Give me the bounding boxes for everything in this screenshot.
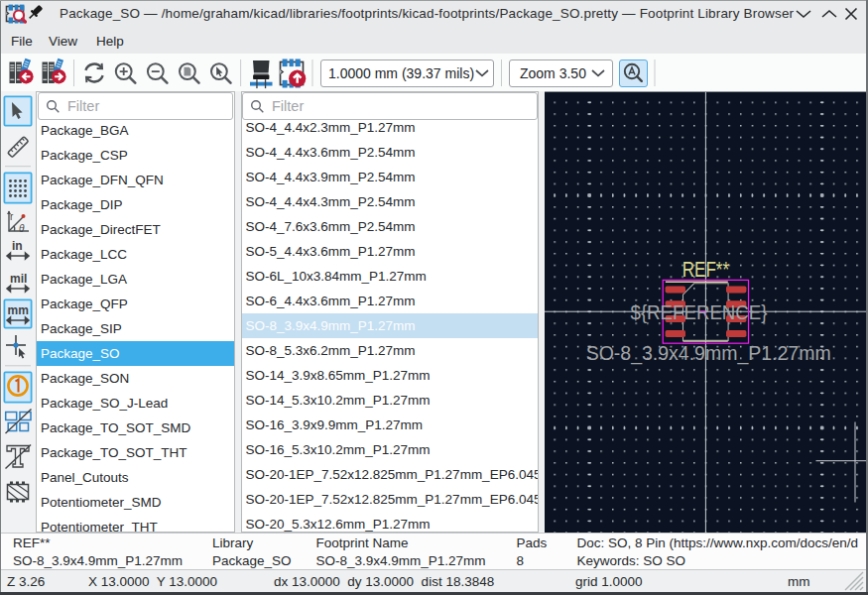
svg-text:in: in [12, 239, 23, 253]
svg-text:${REFERENCE}: ${REFERENCE} [631, 300, 768, 323]
svg-text:r: r [10, 211, 14, 222]
svg-text:SO-8_3.9x4.9mm_P1.27mm: SO-8_3.9x4.9mm_P1.27mm [586, 342, 831, 365]
svg-text:mm: mm [8, 303, 29, 317]
svg-text:REF**: REF** [682, 257, 730, 282]
svg-text:θ: θ [19, 223, 25, 234]
svg-text:mil: mil [10, 272, 27, 286]
